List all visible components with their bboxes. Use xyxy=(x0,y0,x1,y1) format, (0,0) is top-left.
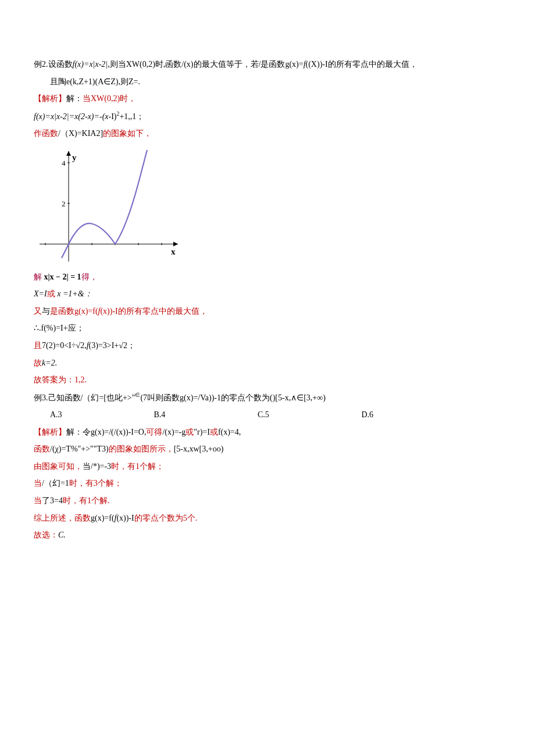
analysis-label: 【解析】解：当XW(0,2)时， xyxy=(34,91,501,107)
option-d: D.6 xyxy=(361,407,465,423)
ytick-2: 2 xyxy=(62,199,66,208)
option-a: A.3 xyxy=(50,407,154,423)
derivation-1: f(x)=x|x-2|=x(2-x)=-(x-I)2+1,,1； xyxy=(34,109,501,124)
y-axis-label: y xyxy=(72,153,77,162)
roots: X=I或 x =1+&： xyxy=(34,286,501,302)
final-choice: 故选：C. xyxy=(34,528,501,543)
ytick-4: 4 xyxy=(62,159,66,167)
svg-marker-3 xyxy=(66,151,71,156)
conclusion-k: 故k=2. xyxy=(34,356,501,371)
example2-statement-cont: 且陶e(k,Z+1)(A∈Z),则Z=. xyxy=(34,74,501,90)
bounds-check: 且7(2)=0<I÷√2,f(3)=3>I+√2； xyxy=(34,338,501,354)
case-4: 当了3=4时，有1个解. xyxy=(34,493,501,509)
x-axis-label: x xyxy=(171,247,176,256)
option-b: B.4 xyxy=(154,407,257,423)
graph-caption: 作函数/（X)=KIA2]的图象如下， xyxy=(34,126,501,142)
func-graph-ref: 函数/(χ)=T%"+>""T3)的图象如图所示，[5-x,xw[3,+oo) xyxy=(34,442,501,457)
case-neg3: 由图象可知，当/*)=-3时，有1个解； xyxy=(34,459,501,475)
reason-max-root: 又与是函数g(x)=f(f(x))-I的所有零点中的最大值， xyxy=(34,304,501,320)
example3-options: A.3 B.4 C.5 D.6 xyxy=(34,407,501,423)
final-answer-ex2: 故答案为：1,2. xyxy=(34,372,501,388)
case-1: 当/（幻=1时，有3个解； xyxy=(34,476,501,492)
function-graph: 2 4 y x xyxy=(34,145,185,267)
solve-eq: 解 x|x − 2| = 1得， xyxy=(34,270,501,285)
example2-statement: 例2.设函数f(x)=x|x-2|,则当XW(0,2)时,函数/(x)的最大值等… xyxy=(34,57,501,73)
therefore-line: ∴.f(%)=I+应； xyxy=(34,321,501,336)
svg-marker-1 xyxy=(173,242,178,246)
option-c: C.5 xyxy=(258,407,361,423)
analysis-ex3: 【解析】解：令g(x)=/(/(x))-I=O,可得/(x)=-g或"r)=I或… xyxy=(34,425,501,440)
example3-statement: 例3.己知函数/（幻=[也叱+>"∈(7叫则函数g(x)=/Va))-1的零点个… xyxy=(34,390,501,406)
summary-zeros: 综上所述，函数g(x)=f(f(x))-I的零点个数为5个. xyxy=(34,511,501,526)
